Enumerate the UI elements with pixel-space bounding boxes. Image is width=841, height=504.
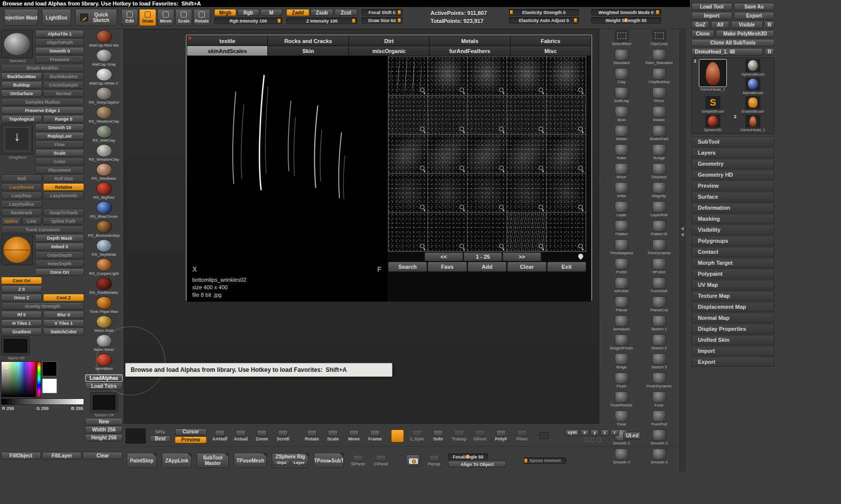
setting-button[interactable]: SwitchColor (43, 328, 84, 335)
brush-preset[interactable]: SelectRect (603, 30, 640, 49)
material-item[interactable]: RS_SkinBase (85, 163, 123, 182)
zsphere-rig-button[interactable]: ZSphere Rig GrpsLayer (272, 453, 309, 468)
alpha-subcategory-tab[interactable]: skinAndScales (187, 46, 267, 56)
material-item[interactable]: RS_WesternClay (85, 106, 123, 125)
paint-mode-button[interactable]: M (260, 9, 282, 16)
setting-button[interactable]: Gravity Strength (1, 302, 84, 310)
texture-alpha-off-thumbnail[interactable] (1, 336, 30, 355)
setting-button[interactable]: OuterDepth (35, 251, 84, 259)
brush-preset[interactable]: mPolish (603, 277, 640, 296)
zapplink-button[interactable]: ZAppLink (162, 453, 192, 468)
alpha-thumbnail[interactable] (428, 57, 467, 95)
magnifier-icon[interactable] (459, 243, 466, 250)
setting-button[interactable]: Spline Path (43, 217, 84, 225)
material-item[interactable]: Toxic Papa Wax (85, 296, 123, 315)
align-to-object-button[interactable]: Align To Object (448, 461, 506, 467)
popup-action-button[interactable]: Search (388, 262, 427, 272)
texture-off-thumbnail[interactable] (90, 392, 118, 412)
ui-edit-button[interactable]: UI-ed (623, 432, 641, 439)
collapse-arrow-icon[interactable] (681, 233, 684, 237)
alpha-thumbnail[interactable] (507, 174, 546, 212)
brush-preset[interactable]: Planar (603, 296, 640, 315)
setting-button[interactable]: InnerDepth (35, 260, 84, 267)
value-gradient-bar[interactable] (1, 398, 84, 405)
alpha-thumbnail[interactable] (468, 96, 507, 134)
tool-menu-item[interactable]: Preview (691, 181, 774, 191)
texture-width-button[interactable]: Width 256 (85, 426, 123, 433)
polyframe-grid-button[interactable] (535, 432, 553, 439)
magnifier-icon[interactable] (538, 165, 545, 172)
slider-handle[interactable] (352, 19, 355, 23)
tool-menu-item[interactable]: Polygroups (691, 236, 774, 246)
sculpt-mode-button[interactable]: Zadd (286, 9, 309, 16)
setting-button[interactable]: Relative (43, 183, 84, 191)
pager-next-button[interactable]: >> (503, 252, 541, 261)
alpha-subcategory-tab[interactable]: Skin (268, 46, 348, 56)
axis-toggle-button[interactable]: r (610, 429, 619, 436)
symmetry-button[interactable]: sym (565, 429, 579, 436)
magnifier-icon[interactable] (459, 126, 466, 133)
brush-preset[interactable]: LayerRoll (641, 201, 677, 220)
brush-preset[interactable]: Magnify (641, 182, 677, 201)
hue-bar[interactable] (37, 361, 41, 397)
slider-handle[interactable] (574, 18, 577, 23)
color-picker[interactable] (1, 361, 36, 397)
setting-button[interactable]: Gradient (1, 328, 42, 335)
setting-button[interactable]: BackfaceMas (1, 73, 42, 80)
brush-preset[interactable]: FlushDynamic (641, 372, 677, 391)
material-item[interactable]: MatCap Red Wa (85, 30, 123, 49)
fill-button[interactable]: FillLayer (42, 452, 82, 459)
setting-button[interactable]: H Tiles 1 (1, 319, 42, 327)
tool-menu-item[interactable]: Unified Skin (691, 335, 774, 345)
alpha-thumbnail[interactable] (547, 174, 586, 212)
alpha-thumbnail[interactable] (388, 96, 428, 134)
magnifier-icon[interactable] (459, 87, 466, 94)
popup-action-button[interactable]: Exit (547, 262, 586, 272)
draw-size-slider[interactable]: Draw Size 64 (361, 17, 402, 24)
setting-button[interactable]: Line (22, 217, 42, 225)
secondary-color-swatch[interactable] (42, 378, 57, 393)
current-brush-thumbnail[interactable] (1, 30, 33, 58)
popup-action-button[interactable]: Add (468, 262, 507, 272)
material-item[interactable]: MatCap White C (85, 68, 123, 87)
brush-preset[interactable]: SoftClay (603, 87, 640, 106)
cpivot-button[interactable]: CPivot (372, 455, 390, 466)
brush-preset[interactable]: hPolish (641, 258, 677, 277)
sculpt-mode-button[interactable]: Zsub (310, 9, 333, 16)
axis-toggle-button[interactable]: z (600, 429, 609, 436)
setting-button[interactable]: Blur 0 (43, 311, 84, 318)
magnifier-icon[interactable] (578, 165, 584, 172)
setting-button[interactable]: Spline (1, 217, 21, 225)
fill-button[interactable]: FillObject (1, 452, 41, 459)
alpha-thumbnail[interactable] (468, 57, 507, 95)
setting-button[interactable]: Roll Dist (43, 175, 84, 182)
alpha-thumbnail[interactable] (428, 135, 467, 173)
brush-preset[interactable]: Standard (603, 49, 640, 68)
preview-render-button[interactable]: Preview (175, 436, 207, 443)
brush-preset[interactable]: Displace (641, 163, 677, 182)
pager-prev-button[interactable]: << (425, 252, 463, 261)
tool-menu-item[interactable]: Export (691, 357, 774, 367)
brush-preset[interactable]: Dam_Standard (641, 49, 677, 68)
alpha-thumbnail-current[interactable] (1, 234, 33, 265)
perspective-button[interactable]: Persp (425, 455, 443, 466)
alpha-thumbnail[interactable] (547, 57, 586, 95)
brush-preset[interactable]: TrimAdaptive (603, 239, 640, 258)
setting-button[interactable]: Backtrack (1, 209, 42, 216)
alpha-category-tab[interactable]: Dirt (349, 36, 429, 46)
slider-handle[interactable] (397, 18, 401, 23)
canvas-nav-button[interactable]: Move (345, 430, 363, 441)
material-item[interactable]: RS_RedMetallic (85, 277, 123, 296)
subtool-master-button[interactable]: SubTool Master (197, 453, 229, 468)
brush-preset[interactable]: Flatten (603, 220, 640, 239)
tool-mode-button[interactable]: Rotate (193, 9, 210, 26)
setting-button[interactable]: Flow (35, 141, 84, 148)
tool-mode-button[interactable]: Move (157, 9, 174, 26)
magnifier-icon[interactable] (578, 87, 584, 94)
tool-menu-item[interactable]: SubTool (691, 137, 774, 147)
setting-button[interactable]: Buildup (1, 81, 42, 89)
magnifier-icon[interactable] (538, 204, 545, 211)
display-toggle-button[interactable]: Floor (513, 430, 531, 441)
canvas-nav-button[interactable]: Scale (324, 430, 342, 441)
setting-button[interactable]: AlphaTile 1 (35, 30, 84, 38)
